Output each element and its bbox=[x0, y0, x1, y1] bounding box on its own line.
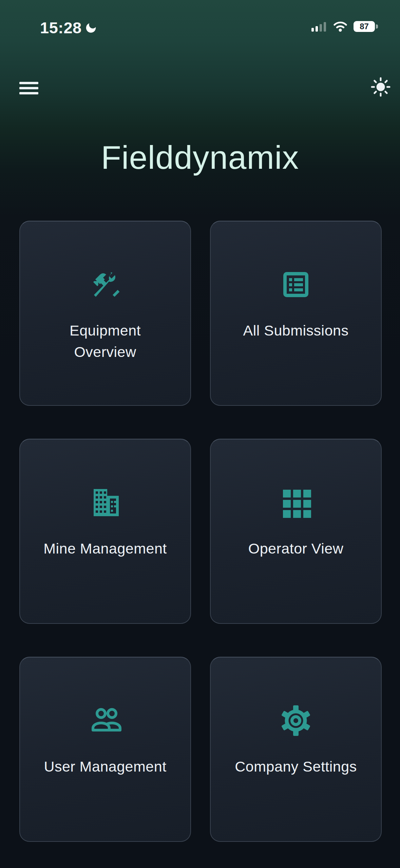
battery-percent: 87 bbox=[360, 22, 369, 31]
list-icon bbox=[280, 268, 312, 301]
card-company-settings[interactable]: Company Settings bbox=[210, 657, 382, 842]
gear-icon bbox=[280, 704, 312, 737]
card-mine-management[interactable]: Mine Management bbox=[19, 439, 191, 624]
moon-icon bbox=[83, 20, 99, 35]
card-label: Operator View bbox=[248, 538, 344, 559]
wifi-icon bbox=[333, 21, 348, 32]
card-all-submissions[interactable]: All Submissions bbox=[210, 221, 382, 406]
card-label: Company Settings bbox=[235, 756, 357, 777]
tools-icon bbox=[89, 268, 121, 301]
users-icon bbox=[89, 704, 121, 737]
menu-grid: Equipment Overview All Submissions bbox=[19, 221, 382, 842]
theme-toggle-button[interactable] bbox=[370, 77, 391, 97]
card-operator-view[interactable]: Operator View bbox=[210, 439, 382, 624]
card-label: Mine Management bbox=[43, 538, 167, 559]
card-user-management[interactable]: User Management bbox=[19, 657, 191, 842]
status-bar-left: 15:28 bbox=[40, 20, 97, 36]
card-equipment-overview[interactable]: Equipment Overview bbox=[19, 221, 191, 406]
sun-icon bbox=[370, 77, 391, 97]
app-screen: 15:28 87 bbox=[0, 0, 400, 868]
card-label: User Management bbox=[44, 756, 166, 777]
app-title: Fielddynamix bbox=[0, 137, 400, 178]
card-label: All Submissions bbox=[243, 320, 349, 341]
cellular-signal-icon bbox=[311, 21, 327, 32]
status-time: 15:28 bbox=[40, 20, 82, 36]
building-icon bbox=[89, 486, 121, 519]
hamburger-menu-icon bbox=[19, 82, 38, 94]
battery-indicator: 87 bbox=[354, 21, 375, 32]
grid-icon bbox=[280, 486, 312, 519]
status-bar-right: 87 bbox=[311, 21, 375, 32]
card-label: Equipment Overview bbox=[70, 320, 141, 363]
menu-button[interactable] bbox=[19, 82, 38, 94]
